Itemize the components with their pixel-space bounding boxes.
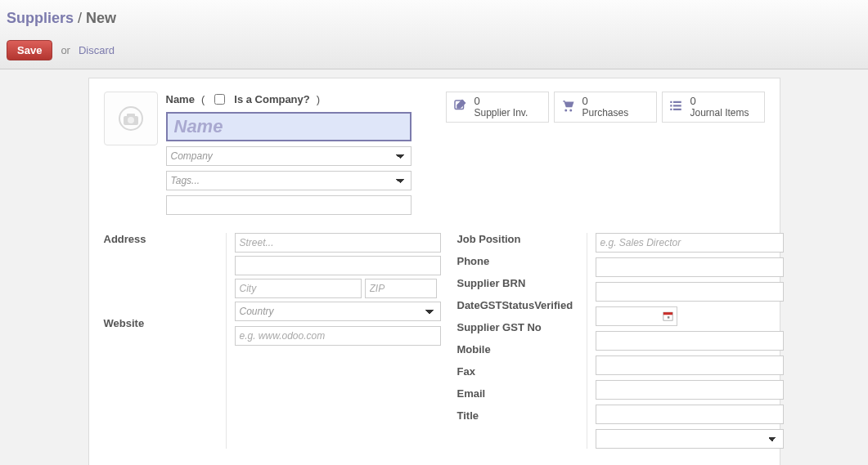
brn-label: Supplier BRN	[457, 277, 587, 289]
address-label: Address	[104, 233, 226, 245]
website-label: Website	[104, 317, 226, 329]
name-input[interactable]	[166, 112, 412, 141]
gstno-input[interactable]	[596, 331, 784, 351]
fax-label: Fax	[457, 365, 587, 378]
svg-point-6	[569, 109, 572, 111]
cart-icon	[560, 98, 576, 117]
discard-link[interactable]: Discard	[79, 44, 115, 56]
brn-input[interactable]	[596, 282, 784, 302]
svg-rect-12	[673, 108, 681, 110]
svg-rect-7	[670, 101, 672, 102]
is-company-label: Is a Company?	[234, 93, 309, 105]
street-input[interactable]	[235, 233, 441, 253]
stat-supplier-inv-label: Supplier Inv.	[474, 108, 528, 118]
stat-purchases[interactable]: 0 Purchases	[554, 92, 657, 123]
stat-supplier-inv[interactable]: 0 Supplier Inv.	[446, 92, 549, 123]
title-label: Title	[457, 409, 587, 422]
svg-rect-11	[670, 108, 672, 110]
stat-purchases-label: Purchases	[582, 108, 629, 118]
tags-select[interactable]: Tags...	[166, 171, 412, 190]
svg-point-5	[564, 109, 567, 111]
name-label: Name	[166, 93, 195, 105]
city-input[interactable]	[235, 279, 362, 298]
or-text: or	[61, 44, 70, 56]
gstno-label: Supplier GST No	[457, 321, 587, 333]
stat-boxes: 0 Supplier Inv. 0 Purchases	[446, 92, 765, 123]
svg-rect-8	[673, 101, 681, 102]
camera-icon	[115, 106, 147, 131]
date-gst-wrap	[596, 306, 677, 326]
stat-journal-count: 0	[690, 96, 749, 107]
paren-close: )	[317, 93, 320, 105]
svg-rect-14	[663, 312, 672, 315]
mobile-label: Mobile	[457, 343, 587, 355]
job-position-input[interactable]	[596, 233, 784, 253]
phone-input[interactable]	[596, 257, 784, 277]
stat-journal[interactable]: 0 Journal Items	[662, 92, 765, 123]
phone-label: Phone	[457, 255, 587, 267]
form-sheet: Name ( Is a Company? ) Company Tags...	[88, 78, 780, 465]
col-right: Job Position Phone Supplier BRN DateGSTS…	[457, 233, 784, 449]
is-company-checkbox[interactable]	[214, 94, 225, 105]
breadcrumb-sep: /	[78, 10, 82, 26]
top-row: Name ( Is a Company? ) Company Tags...	[104, 92, 765, 215]
fax-input[interactable]	[596, 380, 784, 400]
name-column: Name ( Is a Company? ) Company Tags...	[166, 92, 418, 215]
street2-input[interactable]	[235, 256, 441, 275]
breadcrumb-parent[interactable]: Suppliers	[7, 10, 74, 26]
svg-rect-15	[667, 316, 669, 319]
name-line: Name ( Is a Company? )	[166, 92, 418, 107]
calendar-icon[interactable]	[662, 310, 674, 322]
date-gst-label: DateGSTStatusVerified	[457, 299, 587, 311]
avatar-placeholder[interactable]	[104, 92, 158, 145]
email-label: Email	[457, 387, 587, 400]
svg-point-3	[128, 117, 134, 123]
action-row: Save or Discard	[7, 40, 861, 60]
country-select[interactable]: Country	[235, 302, 441, 321]
company-select[interactable]: Company	[166, 146, 412, 166]
stat-journal-label: Journal Items	[690, 108, 749, 118]
breadcrumb: Suppliers / New	[7, 0, 861, 40]
mobile-input[interactable]	[596, 355, 784, 375]
stat-purchases-count: 0	[582, 96, 629, 107]
title-select[interactable]	[596, 429, 784, 449]
svg-rect-9	[670, 105, 672, 106]
save-button[interactable]: Save	[7, 40, 52, 60]
svg-rect-10	[673, 105, 681, 106]
list-icon	[668, 98, 684, 117]
website-input[interactable]	[235, 326, 441, 346]
stat-supplier-inv-count: 0	[474, 96, 528, 107]
form-canvas: Name ( Is a Company? ) Company Tags...	[0, 69, 868, 465]
paren-open: (	[201, 93, 205, 105]
edit-icon	[452, 98, 468, 117]
zip-input[interactable]	[365, 279, 437, 298]
col-left: Address Website Country	[104, 233, 441, 449]
breadcrumb-current: New	[86, 10, 116, 26]
extra-input[interactable]	[166, 195, 412, 215]
toolbar: Suppliers / New Save or Discard	[0, 0, 868, 69]
details-row: Address Website Country	[104, 233, 765, 449]
job-position-label: Job Position	[457, 233, 587, 245]
email-input[interactable]	[596, 405, 784, 424]
